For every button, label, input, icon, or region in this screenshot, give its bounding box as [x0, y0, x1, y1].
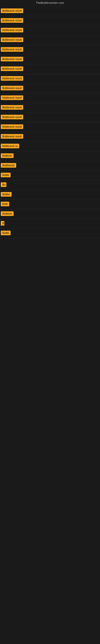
result-row: Bottl [0, 200, 100, 209]
site-title: TheBottlenecker.com [0, 0, 100, 6]
bottleneck-badge[interactable]: Bo [1, 182, 6, 187]
bottleneck-badge[interactable]: Bottleneck result [1, 86, 23, 90]
bottleneck-badge[interactable]: Bottleneck result [1, 38, 23, 42]
bottleneck-badge[interactable]: Bottleneck re [1, 144, 19, 148]
result-row: Bottleneck result [0, 55, 100, 64]
bottleneck-badge[interactable]: B [1, 221, 4, 226]
result-row: Bottlene [0, 209, 100, 219]
bottleneck-badge[interactable]: Bottler [1, 192, 12, 196]
bottleneck-badge[interactable]: Bottleneck [1, 163, 16, 168]
result-row: Bottleneck result [0, 84, 100, 94]
result-row: Bottleneck [0, 161, 100, 171]
result-row: Bottleneck result [0, 36, 100, 45]
bottleneck-badge[interactable]: Bottleneck result [1, 47, 23, 52]
result-row: Bottleneck result [0, 45, 100, 55]
bottleneck-badge[interactable]: Bottleneck result [1, 28, 23, 32]
bottleneck-badge[interactable]: Bottlene [1, 211, 14, 216]
bottleneck-badge[interactable]: Bottleneck result [1, 18, 23, 23]
bottleneck-badge[interactable]: Bottleneck result [1, 115, 23, 119]
result-row: Bottleneck result [0, 16, 100, 26]
result-row: Bottleneck result [0, 64, 100, 74]
result-row: Bottleneck result [0, 6, 100, 16]
result-row: Bottlene [0, 151, 100, 161]
bottleneck-badge[interactable]: Bottleneck result [1, 134, 23, 139]
bottleneck-badge[interactable]: Bottle [1, 173, 11, 177]
result-row: Bottleneck result [0, 103, 100, 113]
result-row: Bottle [0, 171, 100, 180]
result-row: Bottleneck re [0, 142, 100, 151]
bottleneck-badge[interactable]: Bottleneck result [1, 96, 23, 100]
bottleneck-badge[interactable]: Bottleneck result [1, 57, 23, 62]
bottleneck-badge[interactable]: Bottleneck result [1, 124, 23, 129]
result-row: Bottle [0, 228, 100, 238]
bottleneck-badge[interactable]: Bottleneck result [1, 105, 23, 110]
bottleneck-badge[interactable]: Bottlene [1, 153, 14, 158]
bottleneck-badge[interactable]: Bottleneck result [1, 76, 23, 81]
result-row: Bottleneck result [0, 113, 100, 122]
result-row: Bottleneck result [0, 132, 100, 142]
result-row: B [0, 219, 100, 228]
bottleneck-badge[interactable]: Bottleneck result [1, 66, 23, 71]
bottleneck-badge[interactable]: Bottle [1, 231, 11, 235]
result-row: Bottleneck result [0, 122, 100, 132]
results-container: Bottleneck resultBottleneck resultBottle… [0, 6, 100, 238]
result-row: Bottleneck result [0, 94, 100, 103]
bottleneck-badge[interactable]: Bottleneck result [1, 8, 23, 13]
result-row: Bottleneck result [0, 74, 100, 84]
bottleneck-badge[interactable]: Bottl [1, 202, 9, 206]
result-row: Bottleneck result [0, 26, 100, 36]
result-row: Bo [0, 180, 100, 190]
result-row: Bottler [0, 190, 100, 200]
